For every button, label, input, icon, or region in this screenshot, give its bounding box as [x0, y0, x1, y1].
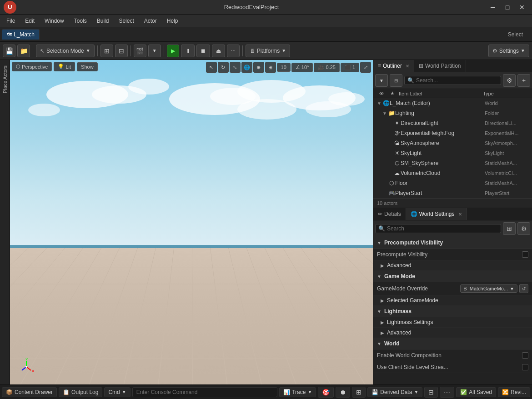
settings-arrow: ▼ — [521, 48, 525, 53]
grid-size-btn[interactable]: 10 — [277, 63, 291, 72]
tab-outliner[interactable]: ≡ Outliner ✕ — [373, 60, 414, 72]
target-btn[interactable]: 🎯 — [318, 387, 334, 398]
details-grid-btn[interactable]: ⊞ — [503, 222, 516, 235]
menu-actor[interactable]: Actor — [140, 16, 161, 26]
derived-data-btn[interactable]: 💾 Derived Data ▼ — [367, 387, 422, 397]
section-game-mode[interactable]: ▼ Game Mode — [373, 271, 532, 282]
tree-item-sky-light[interactable]: ☀ SkyLight SkyLight — [373, 148, 532, 158]
source-control-btn[interactable]: ⊞ — [352, 387, 366, 398]
section-precomputed-visibility[interactable]: ▼ Precomputed Visibility — [373, 237, 532, 249]
viewport[interactable]: ⬡ Perspective 💡 Lit Show ↖ ↻ ⤡ 🌐 ⊕ ⊞ 10 — [10, 60, 373, 384]
tab-details[interactable]: ✏ Details — [373, 208, 406, 220]
star-icon[interactable]: ★ — [388, 90, 397, 96]
tree-item-lighting[interactable]: ▼ 📁 Lighting Folder — [373, 108, 532, 118]
maximize-viewport-btn[interactable]: ⤢ — [360, 62, 371, 73]
all-saved-btn[interactable]: ✅ All Saved — [456, 387, 496, 397]
more-play-btn[interactable]: ⋯ — [227, 45, 240, 57]
surface-snap-btn[interactable]: ⊕ — [253, 62, 264, 73]
grid-btn[interactable]: ⊞ — [265, 62, 276, 73]
pv-checkbox[interactable] — [522, 251, 528, 258]
console-input[interactable] — [132, 387, 278, 397]
section-advanced-1[interactable]: ▶ Advanced — [373, 260, 532, 271]
stop-button[interactable]: ⏹ — [196, 45, 210, 57]
transform-btn[interactable]: ↖ — [206, 62, 217, 73]
maximize-button[interactable]: □ — [501, 2, 514, 13]
record-btn[interactable]: ⏺ — [336, 387, 350, 398]
more-btn[interactable]: ⋯ — [440, 387, 454, 398]
section-lightmass-advanced[interactable]: ▶ Advanced — [373, 328, 532, 338]
tree-item-directional-light[interactable]: ✦ DirectionalLight DirectionalLi... — [373, 118, 532, 128]
menu-select[interactable]: Select — [114, 16, 138, 26]
save-button[interactable]: 💾 — [3, 45, 15, 57]
settings-button[interactable]: ⚙ Settings ▼ — [488, 45, 529, 57]
menu-window[interactable]: Window — [40, 16, 69, 26]
outliner-filter2-btn[interactable]: ⊟ — [390, 74, 402, 87]
viewport-num-btn[interactable]: ⬛ 1 — [341, 63, 359, 72]
tab-world-partition[interactable]: ⊞ World Partition — [414, 60, 466, 72]
content-drawer-btn[interactable]: 📦 Content Drawer — [2, 387, 57, 397]
browse-button[interactable]: 📁 — [17, 45, 30, 57]
selection-mode-button[interactable]: ↖ Selection Mode ▼ — [36, 45, 95, 57]
pause-button[interactable]: ⏸ — [181, 45, 195, 57]
tree-item-fog[interactable]: 🌫 ExponentialHeightFog ExponentialH... — [373, 128, 532, 138]
place-actors-btn[interactable]: Place Actors — [0, 62, 10, 97]
outliner-tab-label: Outliner — [383, 63, 402, 69]
perspective-button[interactable]: ⬡ Perspective — [12, 62, 52, 71]
menu-file[interactable]: File — [2, 16, 20, 26]
section-selected-gamemode[interactable]: ▶ Selected GameMode — [373, 295, 532, 306]
pencil-icon: ✏ — [378, 211, 382, 217]
eject-button[interactable]: ⏏ — [212, 45, 225, 57]
more-film-btn[interactable]: ▼ — [148, 45, 161, 57]
revision-btn[interactable]: 🔀 Revi... — [498, 387, 530, 397]
outliner-tab-close[interactable]: ✕ — [406, 64, 409, 69]
details-settings-btn[interactable]: ⚙ — [517, 222, 530, 235]
tab-world-settings[interactable]: 🌐 World Settings ✕ — [406, 208, 467, 220]
trace-btn[interactable]: 📊 Trace ▼ — [279, 387, 316, 397]
eye-icon[interactable]: 👁 — [377, 91, 386, 96]
world-local-btn[interactable]: 🌐 — [241, 62, 252, 73]
section-lightmass[interactable]: ▼ Lightmass — [373, 306, 532, 317]
play-button[interactable]: ▶ — [167, 45, 179, 57]
section-lightmass-settings[interactable]: ▶ Lightmass Settings — [373, 317, 532, 328]
tree-item-sky-sphere[interactable]: ⬡ SM_SkySphere StaticMeshA... — [373, 158, 532, 168]
platforms-button[interactable]: 🖥 Platforms ▼ — [246, 45, 291, 57]
output-log-btn[interactable]: 📋 Output Log — [59, 387, 102, 397]
tab-l-match[interactable]: 🗺 L_Match — [2, 29, 40, 40]
ewc-checkbox[interactable] — [522, 352, 528, 359]
details-search-input[interactable] — [387, 225, 498, 232]
show-button[interactable]: Show — [77, 62, 98, 71]
world-settings-tab-close[interactable]: ✕ — [458, 212, 462, 217]
tree-item-sky-atmosphere[interactable]: 🌤 SkyAtmosphere SkyAtmosph... — [373, 138, 532, 148]
csl-checkbox[interactable] — [522, 364, 528, 370]
close-button[interactable]: ✕ — [516, 2, 528, 13]
cmd-btn[interactable]: Cmd ▼ — [104, 387, 130, 397]
section-world[interactable]: ▼ World — [373, 338, 532, 349]
rotate-btn[interactable]: ↻ — [218, 62, 229, 73]
tree-item-floor[interactable]: ⬡ Floor StaticMeshA... — [373, 178, 532, 188]
panels-btn[interactable]: ⊟ — [424, 387, 438, 398]
arrange-btn[interactable]: ⊟ — [115, 45, 128, 57]
toolbar-sep-4 — [164, 45, 164, 56]
angle-btn[interactable]: ∠ 10° — [291, 63, 313, 72]
menu-help[interactable]: Help — [162, 16, 183, 26]
tree-type-ss: StaticMeshA... — [485, 160, 530, 166]
minimize-button[interactable]: ─ — [487, 2, 499, 13]
outliner-settings-btn[interactable]: ⚙ — [503, 74, 516, 87]
outliner-add-btn[interactable]: + — [517, 74, 530, 87]
tree-item-l-match[interactable]: ▼ 🌐 L_Match (Editor) World — [373, 98, 532, 108]
film-btn[interactable]: 🎬 — [134, 45, 146, 57]
scale-btn[interactable]: ⤡ — [230, 62, 241, 73]
camera-speed-btn[interactable]: 🎥 0.25 — [314, 63, 339, 72]
content-btn[interactable]: ⊞ — [100, 45, 113, 57]
menu-tools[interactable]: Tools — [70, 16, 91, 26]
outliner-search-input[interactable] — [416, 77, 498, 84]
tree-item-volumetric-cloud[interactable]: ☁ VolumetricCloud VolumetricCl... — [373, 168, 532, 178]
tree-item-player-start[interactable]: 🎮 PlayerStart PlayerStart — [373, 188, 532, 198]
menu-build[interactable]: Build — [92, 16, 114, 26]
select-tab-label[interactable]: Select — [504, 30, 527, 40]
menu-edit[interactable]: Edit — [20, 16, 39, 26]
gamemode-dropdown[interactable]: B_MatchGameMo... ▼ — [460, 284, 517, 293]
lit-button[interactable]: 💡 Lit — [54, 62, 75, 71]
gamemode-reset-btn[interactable]: ↺ — [519, 284, 528, 293]
outliner-filter-btn[interactable]: ▼ — [375, 74, 388, 87]
